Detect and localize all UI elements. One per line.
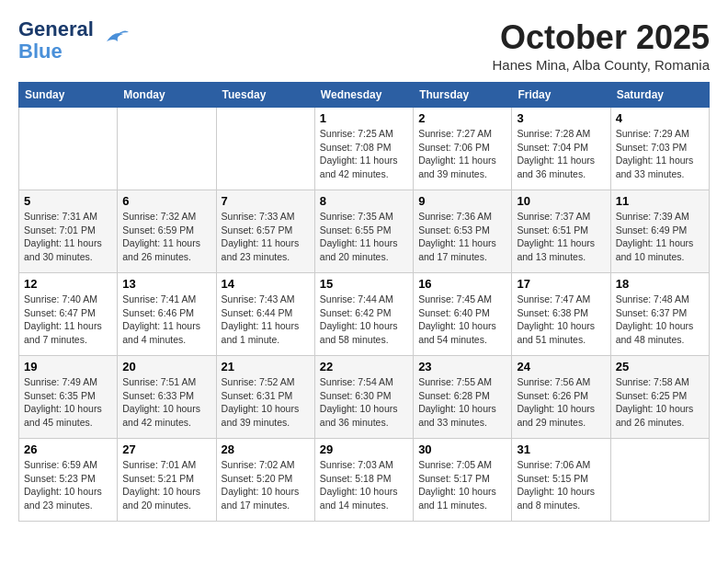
calendar-cell: 16Sunrise: 7:45 AM Sunset: 6:40 PM Dayli… xyxy=(414,273,512,356)
day-info: Sunrise: 7:47 AM Sunset: 6:38 PM Dayligh… xyxy=(517,293,605,347)
calendar-cell: 9Sunrise: 7:36 AM Sunset: 6:53 PM Daylig… xyxy=(414,190,512,273)
day-info: Sunrise: 7:37 AM Sunset: 6:51 PM Dayligh… xyxy=(517,210,605,264)
day-number: 19 xyxy=(24,360,112,373)
day-number: 30 xyxy=(418,442,506,456)
calendar-cell: 8Sunrise: 7:35 AM Sunset: 6:55 PM Daylig… xyxy=(314,190,413,273)
day-number: 18 xyxy=(616,277,704,291)
day-number: 14 xyxy=(222,277,310,291)
day-info: Sunrise: 7:52 AM Sunset: 6:31 PM Dayligh… xyxy=(222,375,310,430)
day-info: Sunrise: 7:56 AM Sunset: 6:26 PM Dayligh… xyxy=(517,375,605,430)
calendar-week-row: 26Sunrise: 6:59 AM Sunset: 5:23 PM Dayli… xyxy=(19,439,710,522)
day-info: Sunrise: 7:31 AM Sunset: 7:01 PM Dayligh… xyxy=(24,210,112,264)
calendar-cell: 18Sunrise: 7:48 AM Sunset: 6:37 PM Dayli… xyxy=(610,273,709,356)
day-info: Sunrise: 7:27 AM Sunset: 7:06 PM Dayligh… xyxy=(418,127,506,181)
day-number: 23 xyxy=(418,360,506,373)
calendar-cell: 14Sunrise: 7:43 AM Sunset: 6:44 PM Dayli… xyxy=(216,273,314,356)
day-info: Sunrise: 7:44 AM Sunset: 6:42 PM Dayligh… xyxy=(320,293,408,347)
day-number: 7 xyxy=(222,194,310,208)
weekday-header-monday: Monday xyxy=(118,83,216,108)
day-info: Sunrise: 7:36 AM Sunset: 6:53 PM Dayligh… xyxy=(418,210,506,264)
calendar-cell: 25Sunrise: 7:58 AM Sunset: 6:25 PM Dayli… xyxy=(610,356,709,439)
logo: General Blue xyxy=(18,18,132,63)
location-subtitle: Hanes Mina, Alba County, Romania xyxy=(492,57,710,73)
weekday-header-row: SundayMondayTuesdayWednesdayThursdayFrid… xyxy=(19,83,710,108)
day-info: Sunrise: 6:59 AM Sunset: 5:23 PM Dayligh… xyxy=(24,458,112,512)
calendar-week-row: 19Sunrise: 7:49 AM Sunset: 6:35 PM Dayli… xyxy=(19,356,710,439)
calendar-cell: 21Sunrise: 7:52 AM Sunset: 6:31 PM Dayli… xyxy=(216,356,314,439)
calendar-cell: 15Sunrise: 7:44 AM Sunset: 6:42 PM Dayli… xyxy=(314,273,413,356)
day-number: 24 xyxy=(517,360,605,373)
calendar-week-row: 12Sunrise: 7:40 AM Sunset: 6:47 PM Dayli… xyxy=(19,273,710,356)
calendar-cell: 24Sunrise: 7:56 AM Sunset: 6:26 PM Dayli… xyxy=(512,356,610,439)
calendar-cell: 5Sunrise: 7:31 AM Sunset: 7:01 PM Daylig… xyxy=(19,190,118,273)
weekday-header-sunday: Sunday xyxy=(19,83,118,108)
calendar-cell xyxy=(216,108,314,190)
day-number: 10 xyxy=(517,194,605,208)
day-number: 4 xyxy=(616,111,704,125)
logo-blue: Blue xyxy=(18,40,94,63)
calendar-week-row: 5Sunrise: 7:31 AM Sunset: 7:01 PM Daylig… xyxy=(19,190,710,273)
calendar-cell: 12Sunrise: 7:40 AM Sunset: 6:47 PM Dayli… xyxy=(19,273,118,356)
calendar-cell: 30Sunrise: 7:05 AM Sunset: 5:17 PM Dayli… xyxy=(414,439,512,522)
day-info: Sunrise: 7:45 AM Sunset: 6:40 PM Dayligh… xyxy=(418,293,506,347)
day-info: Sunrise: 7:25 AM Sunset: 7:08 PM Dayligh… xyxy=(320,127,408,181)
day-number: 6 xyxy=(122,194,210,208)
day-info: Sunrise: 7:51 AM Sunset: 6:33 PM Dayligh… xyxy=(122,375,210,430)
day-number: 3 xyxy=(517,111,605,125)
day-number: 25 xyxy=(616,360,704,373)
weekday-header-tuesday: Tuesday xyxy=(216,83,314,108)
calendar-cell: 27Sunrise: 7:01 AM Sunset: 5:21 PM Dayli… xyxy=(118,439,216,522)
day-number: 12 xyxy=(24,277,112,291)
calendar-cell: 6Sunrise: 7:32 AM Sunset: 6:59 PM Daylig… xyxy=(118,190,216,273)
calendar-cell: 22Sunrise: 7:54 AM Sunset: 6:30 PM Dayli… xyxy=(314,356,413,439)
calendar-table: SundayMondayTuesdayWednesdayThursdayFrid… xyxy=(18,82,710,522)
weekday-header-wednesday: Wednesday xyxy=(314,83,413,108)
calendar-cell: 7Sunrise: 7:33 AM Sunset: 6:57 PM Daylig… xyxy=(216,190,314,273)
day-number: 28 xyxy=(222,442,310,456)
calendar-cell: 26Sunrise: 6:59 AM Sunset: 5:23 PM Dayli… xyxy=(19,439,118,522)
day-info: Sunrise: 7:28 AM Sunset: 7:04 PM Dayligh… xyxy=(517,127,605,181)
calendar-cell: 19Sunrise: 7:49 AM Sunset: 6:35 PM Dayli… xyxy=(19,356,118,439)
calendar-cell: 20Sunrise: 7:51 AM Sunset: 6:33 PM Dayli… xyxy=(118,356,216,439)
calendar-cell: 29Sunrise: 7:03 AM Sunset: 5:18 PM Dayli… xyxy=(314,439,413,522)
day-number: 21 xyxy=(222,360,310,373)
day-info: Sunrise: 7:58 AM Sunset: 6:25 PM Dayligh… xyxy=(616,375,704,430)
day-number: 20 xyxy=(122,360,210,373)
calendar-cell: 3Sunrise: 7:28 AM Sunset: 7:04 PM Daylig… xyxy=(512,108,610,190)
calendar-cell: 4Sunrise: 7:29 AM Sunset: 7:03 PM Daylig… xyxy=(610,108,709,190)
day-info: Sunrise: 7:48 AM Sunset: 6:37 PM Dayligh… xyxy=(616,293,704,347)
calendar-cell xyxy=(118,108,216,190)
day-info: Sunrise: 7:41 AM Sunset: 6:46 PM Dayligh… xyxy=(122,293,210,347)
weekday-header-thursday: Thursday xyxy=(414,83,512,108)
day-number: 9 xyxy=(418,194,506,208)
day-number: 16 xyxy=(418,277,506,291)
day-number: 5 xyxy=(24,194,112,208)
day-number: 17 xyxy=(517,277,605,291)
calendar-cell: 11Sunrise: 7:39 AM Sunset: 6:49 PM Dayli… xyxy=(610,190,709,273)
logo-general: General xyxy=(18,18,94,40)
day-number: 22 xyxy=(320,360,408,373)
day-info: Sunrise: 7:32 AM Sunset: 6:59 PM Dayligh… xyxy=(122,210,210,264)
day-number: 13 xyxy=(122,277,210,291)
calendar-cell: 13Sunrise: 7:41 AM Sunset: 6:46 PM Dayli… xyxy=(118,273,216,356)
calendar-cell: 10Sunrise: 7:37 AM Sunset: 6:51 PM Dayli… xyxy=(512,190,610,273)
weekday-header-friday: Friday xyxy=(512,83,610,108)
day-info: Sunrise: 7:01 AM Sunset: 5:21 PM Dayligh… xyxy=(122,458,210,512)
day-number: 29 xyxy=(320,442,408,456)
calendar-cell: 28Sunrise: 7:02 AM Sunset: 5:20 PM Dayli… xyxy=(216,439,314,522)
day-info: Sunrise: 7:03 AM Sunset: 5:18 PM Dayligh… xyxy=(320,458,408,512)
day-number: 2 xyxy=(418,111,506,125)
day-number: 31 xyxy=(517,442,605,456)
title-section: October 2025 Hanes Mina, Alba County, Ro… xyxy=(492,18,710,73)
day-number: 8 xyxy=(320,194,408,208)
day-number: 1 xyxy=(320,111,408,125)
day-info: Sunrise: 7:33 AM Sunset: 6:57 PM Dayligh… xyxy=(222,210,310,264)
day-info: Sunrise: 7:05 AM Sunset: 5:17 PM Dayligh… xyxy=(418,458,506,512)
day-info: Sunrise: 7:35 AM Sunset: 6:55 PM Dayligh… xyxy=(320,210,408,264)
day-info: Sunrise: 7:49 AM Sunset: 6:35 PM Dayligh… xyxy=(24,375,112,430)
day-info: Sunrise: 7:06 AM Sunset: 5:15 PM Dayligh… xyxy=(517,458,605,512)
day-info: Sunrise: 7:40 AM Sunset: 6:47 PM Dayligh… xyxy=(24,293,112,347)
weekday-header-saturday: Saturday xyxy=(610,83,709,108)
calendar-cell: 23Sunrise: 7:55 AM Sunset: 6:28 PM Dayli… xyxy=(414,356,512,439)
calendar-cell xyxy=(610,439,709,522)
